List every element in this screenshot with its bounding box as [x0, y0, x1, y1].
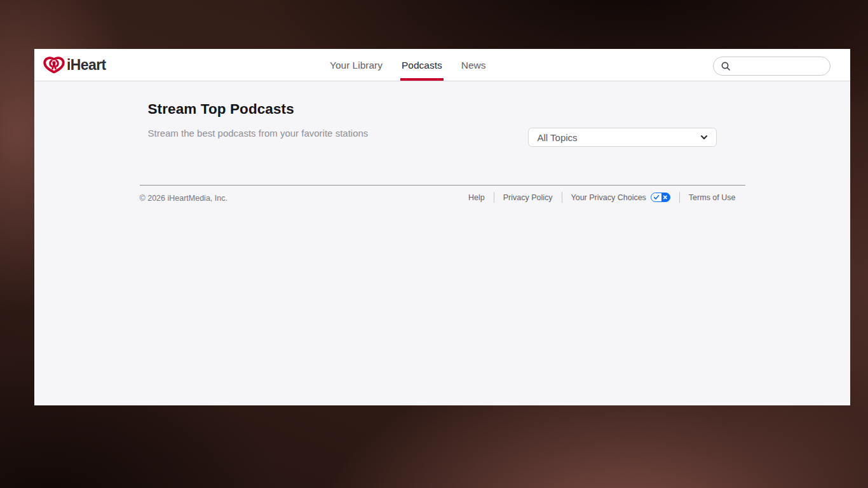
footer-separator	[679, 192, 680, 203]
main-nav: Your Library Podcasts News	[330, 49, 486, 81]
search-box[interactable]	[713, 57, 831, 76]
privacy-choices-opt-out-icon	[651, 193, 670, 202]
footer-separator	[562, 192, 562, 203]
iheart-heart-radio-waves-icon	[43, 55, 65, 74]
page-footer: © 2026 iHeartMedia, Inc. Help Privacy Po…	[140, 185, 745, 203]
footer-link-terms[interactable]: Terms of Use	[689, 193, 736, 202]
search-icon	[721, 61, 731, 71]
nav-item-news[interactable]: News	[461, 49, 486, 81]
brand-name: iHeart	[67, 57, 106, 74]
topics-dropdown-value: All Topics	[538, 132, 578, 143]
iheart-app-window: iHeart Your Library Podcasts News Stream…	[34, 49, 850, 405]
iheart-logo[interactable]: iHeart	[43, 55, 106, 74]
footer-link-privacy-policy[interactable]: Privacy Policy	[503, 193, 553, 202]
page-title: Stream Top Podcasts	[148, 101, 745, 118]
topics-dropdown[interactable]: All Topics	[528, 128, 717, 147]
app-header: iHeart Your Library Podcasts News	[34, 49, 850, 81]
footer-link-privacy-choices[interactable]: Your Privacy Choices	[571, 193, 670, 202]
copyright-text: © 2026 iHeartMedia, Inc.	[140, 192, 227, 203]
footer-separator	[494, 192, 494, 203]
nav-item-your-library[interactable]: Your Library	[330, 49, 383, 81]
podcasts-page: Stream Top Podcasts Stream the best podc…	[34, 81, 850, 405]
chevron-down-icon	[700, 133, 709, 142]
privacy-choices-label: Your Privacy Choices	[571, 193, 646, 202]
footer-link-help[interactable]: Help	[468, 193, 485, 202]
footer-links: Help Privacy Policy Your Privacy Choices	[468, 192, 745, 203]
search-input[interactable]	[735, 62, 824, 71]
nav-item-podcasts[interactable]: Podcasts	[402, 49, 442, 81]
